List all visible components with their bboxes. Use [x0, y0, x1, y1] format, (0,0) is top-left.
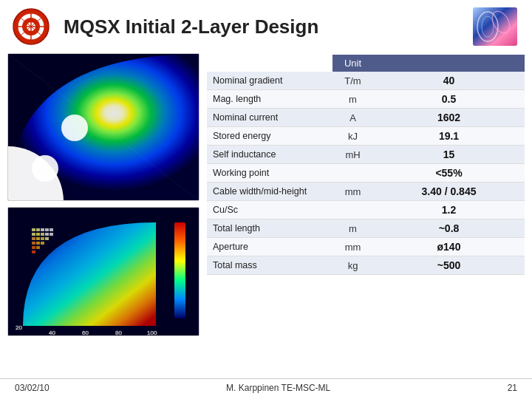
param-cell: Aperture: [207, 238, 332, 256]
param-cell: Self inductance: [207, 146, 332, 164]
unit-cell: mH: [332, 146, 373, 164]
value-cell: 40: [373, 72, 525, 90]
main-content: Net force: arrows (×10⁻¹): [0, 53, 532, 336]
page-footer: 03/02/10 M. Karppinen TE-MSC-ML 21: [0, 378, 532, 393]
param-cell: Nominal current: [207, 109, 332, 127]
svg-rect-21: [32, 242, 35, 245]
param-cell: Cable width/mid-height: [207, 183, 332, 201]
value-cell: 19.1: [373, 127, 525, 146]
svg-rect-38: [174, 222, 185, 318]
value-cell: 0.5: [373, 90, 525, 109]
unit-cell: [332, 201, 373, 219]
unit-cell: kg: [332, 256, 373, 275]
value-cell: 1.2: [373, 201, 525, 219]
value-cell: ø140: [373, 238, 525, 256]
param-cell: Total length: [207, 219, 332, 238]
table-row: Total lengthm~0.8: [207, 219, 525, 238]
table-body: Nominal gradientT/m40Mag. lengthm0.5Nomi…: [207, 72, 525, 275]
svg-rect-29: [41, 228, 44, 231]
svg-rect-35: [45, 237, 49, 240]
value-cell: ~0.8: [373, 219, 525, 238]
unit-cell: kJ: [332, 127, 373, 146]
table-row: Working point<55%: [207, 164, 525, 183]
col-unit: Unit: [332, 55, 373, 72]
svg-rect-23: [32, 250, 35, 253]
table-row: Nominal gradientT/m40: [207, 72, 525, 90]
table-row: Mag. lengthm0.5: [207, 90, 525, 109]
param-cell: Working point: [207, 164, 332, 183]
param-cell: Cu/Sc: [207, 201, 332, 219]
table-row: Self inductancemH15: [207, 146, 525, 164]
svg-rect-27: [36, 242, 40, 245]
unit-cell: T/m: [332, 72, 373, 90]
svg-rect-33: [45, 228, 49, 231]
page-header: MQSX Initial 2-Layer Design: [0, 0, 532, 50]
svg-rect-20: [32, 237, 35, 240]
param-cell: Nominal gradient: [207, 72, 332, 90]
svg-rect-37: [50, 233, 53, 236]
page-title: MQSX Initial 2-Layer Design: [64, 16, 473, 38]
svg-rect-25: [36, 233, 40, 236]
unit-cell: m: [332, 90, 373, 109]
col-param: [207, 55, 332, 72]
magnet-cross-section: Net force: arrows (×10⁻¹): [7, 53, 200, 201]
svg-point-14: [61, 115, 88, 141]
svg-text:20: 20: [16, 324, 22, 331]
specs-table-area: Unit Nominal gradientT/m40Mag. lengthm0.…: [207, 55, 525, 336]
svg-text:80: 80: [115, 330, 122, 336]
field-diagram: 20 40 60 80 100: [7, 207, 200, 336]
unit-cell: [332, 164, 373, 183]
table-row: Cu/Sc1.2: [207, 201, 525, 219]
table-row: Cable width/mid-heightmm3.40 / 0.845: [207, 183, 525, 201]
svg-rect-22: [32, 246, 35, 249]
table-row: Aperturemmø140: [207, 238, 525, 256]
unit-cell: A: [332, 109, 373, 127]
table-row: Nominal currentA1602: [207, 109, 525, 127]
svg-text:100: 100: [147, 330, 157, 336]
svg-rect-36: [50, 228, 53, 231]
svg-rect-19: [32, 233, 35, 236]
unit-cell: mm: [332, 238, 373, 256]
svg-rect-28: [36, 246, 40, 249]
svg-rect-32: [41, 242, 44, 245]
table-row: Total masskg~500: [207, 256, 525, 275]
param-cell: Total mass: [207, 256, 332, 275]
value-cell: 1602: [373, 109, 525, 127]
col-value: [373, 55, 525, 72]
value-cell: 3.40 / 0.845: [373, 183, 525, 201]
corner-decoration: [473, 7, 517, 46]
svg-point-15: [32, 155, 58, 182]
cern-logo: [12, 7, 50, 46]
param-cell: Mag. length: [207, 90, 332, 109]
unit-cell: mm: [332, 183, 373, 201]
svg-text:60: 60: [82, 330, 89, 336]
svg-rect-31: [41, 237, 44, 240]
specs-table: Unit Nominal gradientT/m40Mag. lengthm0.…: [207, 55, 525, 275]
footer-page: 21: [508, 383, 517, 393]
value-cell: ~500: [373, 256, 525, 275]
footer-author: M. Karppinen TE-MSC-ML: [226, 383, 330, 393]
svg-rect-26: [36, 237, 40, 240]
unit-cell: m: [332, 219, 373, 238]
left-column: Net force: arrows (×10⁻¹): [7, 53, 200, 336]
value-cell: <55%: [373, 164, 525, 183]
svg-rect-30: [41, 233, 44, 236]
svg-rect-18: [32, 228, 35, 231]
svg-rect-34: [45, 233, 49, 236]
table-row: Stored energykJ19.1: [207, 127, 525, 146]
value-cell: 15: [373, 146, 525, 164]
svg-rect-24: [36, 228, 40, 231]
footer-date: 03/02/10: [15, 383, 50, 393]
svg-text:40: 40: [49, 330, 55, 336]
param-cell: Stored energy: [207, 127, 332, 146]
